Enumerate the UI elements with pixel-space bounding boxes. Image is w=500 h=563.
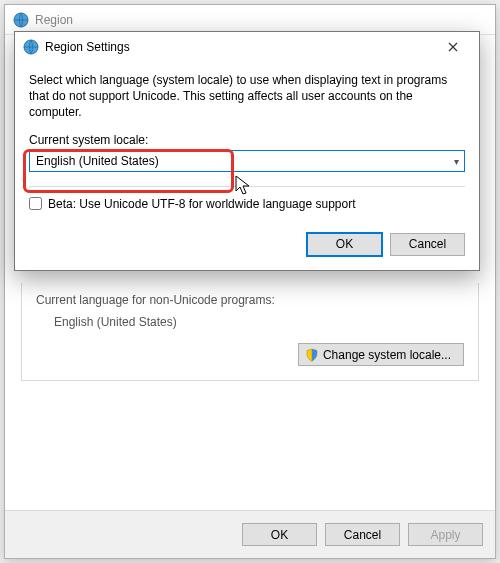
region-settings-dialog: Region Settings Select which language (s… — [14, 31, 480, 271]
region-settings-title: Region Settings — [45, 40, 433, 54]
divider — [29, 186, 465, 187]
region-apply-button: Apply — [408, 523, 483, 546]
shield-icon — [305, 348, 319, 362]
locale-combo-wrap: ▾ — [29, 150, 465, 172]
non-unicode-group: Current language for non-Unicode program… — [21, 283, 479, 381]
settings-ok-button[interactable]: OK — [307, 233, 382, 256]
region-button-bar: OK Cancel Apply — [5, 510, 495, 558]
globe-icon — [23, 39, 39, 55]
close-button[interactable] — [433, 34, 473, 60]
system-locale-dropdown[interactable] — [29, 150, 465, 172]
region-settings-titlebar: Region Settings — [15, 32, 479, 62]
region-ok-button[interactable]: OK — [242, 523, 317, 546]
beta-utf8-checkbox[interactable] — [29, 197, 42, 210]
region-title: Region — [35, 13, 73, 27]
beta-utf8-label: Beta: Use Unicode UTF-8 for worldwide la… — [48, 197, 356, 211]
non-unicode-label: Current language for non-Unicode program… — [36, 293, 464, 307]
description-text: Select which language (system locale) to… — [29, 72, 465, 121]
change-system-locale-button[interactable]: Change system locale... — [298, 343, 464, 366]
locale-label: Current system locale: — [29, 133, 465, 147]
close-icon — [448, 42, 458, 52]
beta-utf8-row[interactable]: Beta: Use Unicode UTF-8 for worldwide la… — [29, 197, 465, 211]
region-settings-button-bar: OK Cancel — [15, 225, 479, 270]
region-cancel-button[interactable]: Cancel — [325, 523, 400, 546]
change-locale-label: Change system locale... — [323, 348, 451, 362]
globe-icon — [13, 12, 29, 28]
non-unicode-value: English (United States) — [54, 315, 464, 329]
settings-cancel-button[interactable]: Cancel — [390, 233, 465, 256]
region-settings-body: Select which language (system locale) to… — [15, 62, 479, 225]
